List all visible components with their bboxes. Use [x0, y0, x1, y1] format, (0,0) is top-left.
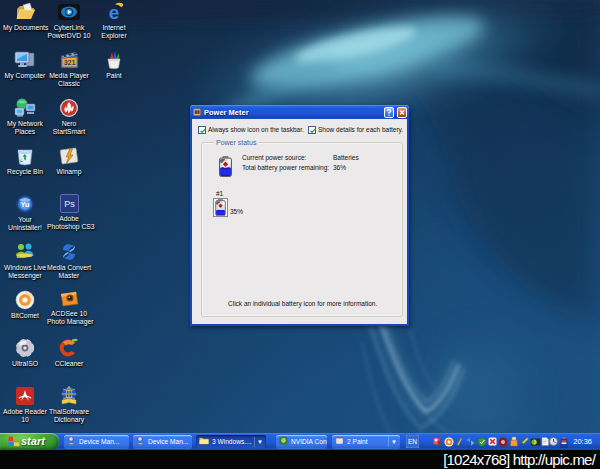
svg-text:321: 321	[63, 59, 75, 66]
svg-text:e: e	[109, 2, 120, 22]
svg-text:Ps: Ps	[64, 199, 75, 209]
svg-text:Yu: Yu	[21, 201, 30, 208]
